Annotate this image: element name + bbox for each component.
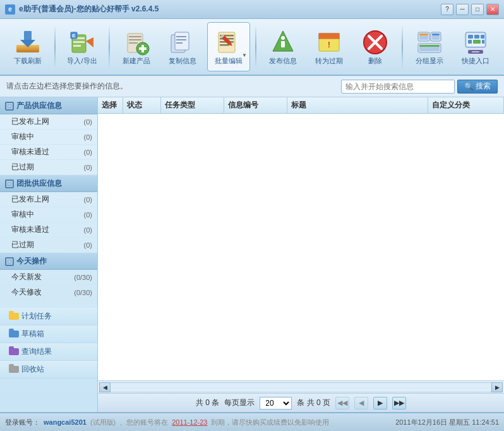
sidebar-item-product-rejected-label: 审核未通过 (11, 147, 49, 157)
svg-rect-61 (9, 311, 14, 314)
svg-rect-13 (129, 39, 141, 40)
toolbar-divider-1 (54, 25, 56, 69)
page-first-button[interactable]: ◀◀ (335, 397, 349, 410)
sidebar-group-product-supply-label: 产品供应信息 (16, 100, 62, 111)
trial-label: (试用版) (90, 418, 116, 427)
page-last-button[interactable]: ▶▶ (392, 397, 406, 410)
sidebar-item-today-modify-count: (0/30) (74, 289, 92, 296)
toolbar-new-label: 新建产品 (123, 57, 150, 65)
expire-icon: ! (315, 28, 344, 57)
sidebar-item-product-rejected[interactable]: 审核未通过 (0) (0, 145, 97, 160)
svg-rect-19 (175, 32, 189, 50)
message2: 到期，请尽快购买或续费以免影响使用 (211, 418, 329, 427)
sidebar-item-product-expired-label: 已过期 (11, 162, 34, 173)
toolbar-copy-button[interactable]: 复制信息 (161, 22, 204, 71)
sidebar-item-bulk-rejected[interactable]: 审核未通过 (0) (0, 222, 97, 238)
page-prev-button[interactable]: ◀ (354, 397, 368, 410)
search-input[interactable] (341, 80, 455, 94)
search-button[interactable]: 🔍 搜索 (457, 80, 498, 94)
per-page-label: 每页显示 (224, 398, 255, 408)
toolbar-new-button[interactable]: 新建产品 (115, 22, 158, 71)
account-name: wangcai5201 (44, 418, 87, 426)
sidebar-item-bulk-published[interactable]: 已发布上网 (0) (0, 192, 97, 207)
sidebar-group-today-ops[interactable]: □ 今天操作 (0, 253, 97, 270)
search-hint: 请点击左边栏选择您要操作的信息。 (6, 81, 336, 92)
sidebar-item-plan-task[interactable]: 计划任务 (0, 308, 97, 325)
toolbar-download-button[interactable]: 下载刷新 (6, 22, 49, 71)
toolbar-group-button[interactable]: 分组显示 (408, 22, 451, 71)
sidebar-spacer (0, 300, 97, 308)
sidebar-item-bulk-published-count: (0) (84, 196, 92, 203)
svg-rect-6 (73, 41, 85, 43)
sidebar-item-search-result[interactable]: 查询结果 (0, 343, 97, 361)
sidebar-item-product-published[interactable]: 已发布上网 (0) (0, 114, 97, 130)
title-bar: e e助手(普通会员)-您的贴心好帮手 v2.6.4.5 ? ─ □ ✕ (0, 0, 504, 19)
quick-entry-icon (461, 28, 490, 57)
sidebar-item-product-review[interactable]: 审核中 (0) (0, 130, 97, 145)
per-page-select[interactable]: 20 50 100 (260, 397, 292, 410)
sidebar-item-today-new-label: 今天新发 (11, 272, 42, 282)
toolbar-delete-button[interactable]: 删除 (354, 22, 397, 71)
sidebar-item-draft[interactable]: 草稿箱 (0, 325, 97, 343)
svg-rect-21 (176, 39, 186, 40)
toolbar-import-label: 导入/导出 (67, 57, 97, 65)
toolbar-quick-label: 快捷入口 (462, 57, 489, 65)
sidebar-item-bulk-review-count: (0) (84, 211, 92, 219)
sidebar-group-product-supply[interactable]: □ 产品供应信息 (0, 97, 97, 114)
expire-date: 2011-12-23 (172, 418, 207, 426)
toolbar-publish-button[interactable]: 发布信息 (261, 22, 304, 71)
scroll-left-button[interactable]: ◀ (99, 382, 111, 392)
sidebar-item-search-result-label: 查询结果 (21, 346, 52, 357)
datetime-display: 2011年12月16日 星期五 11:24:51 (395, 418, 499, 427)
toolbar: 下载刷新 E 导入/导出 (0, 19, 504, 76)
sidebar-group-bulk-supply[interactable]: □ 团批供应信息 (0, 175, 97, 192)
svg-rect-54 (481, 35, 484, 39)
svg-rect-17 (139, 47, 147, 50)
col-header-task-type: 任务类型 (161, 97, 224, 113)
sidebar-item-today-modify[interactable]: 今天修改 (0/30) (0, 285, 97, 300)
search-icon: 🔍 (464, 82, 474, 91)
svg-rect-32 (281, 41, 285, 47)
toolbar-import-button[interactable]: E 导入/导出 (61, 22, 104, 71)
scroll-right-button[interactable]: ▶ (491, 382, 503, 392)
sidebar-item-bulk-review[interactable]: 审核中 (0) (0, 207, 97, 222)
close-button[interactable]: ✕ (486, 4, 499, 15)
svg-rect-59 (472, 51, 479, 52)
sidebar-item-today-new-count: (0/30) (74, 274, 92, 281)
draft-icon (9, 329, 19, 339)
login-label: 登录账号： (5, 418, 40, 427)
help-button[interactable]: ? (441, 4, 453, 15)
total-count-label: 共 0 条 (196, 398, 219, 408)
svg-rect-52 (468, 35, 473, 39)
page-next-button[interactable]: ▶ (373, 397, 387, 410)
minimize-button[interactable]: ─ (456, 4, 469, 15)
svg-rect-67 (9, 364, 14, 367)
message1: 、您的账号将在 (119, 418, 168, 427)
sidebar-item-plan-task-label: 计划任务 (21, 311, 52, 322)
toolbar-delete-label: 删除 (368, 57, 382, 65)
toolbar-expire-button[interactable]: ! 转为过期 (308, 22, 351, 71)
toolbar-quick-button[interactable]: 快捷入口 (454, 22, 497, 71)
sidebar-item-trash[interactable]: 回收站 (0, 361, 97, 379)
table-body (98, 114, 504, 380)
sidebar-item-today-new[interactable]: 今天新发 (0/30) (0, 270, 97, 285)
svg-rect-49 (419, 45, 440, 47)
scroll-track[interactable] (111, 382, 491, 392)
svg-rect-14 (129, 42, 138, 44)
col-header-status: 状态 (123, 97, 161, 113)
svg-rect-46 (432, 33, 440, 35)
status-bar: 登录账号： wangcai5201 (试用版) 、您的账号将在 2011-12-… (0, 412, 504, 431)
publish-icon (268, 28, 297, 57)
toolbar-copy-label: 复制信息 (169, 57, 196, 65)
toolbar-divider-2 (109, 25, 110, 69)
maximize-button[interactable]: □ (471, 4, 484, 15)
title-bar-controls: ? ─ □ ✕ (441, 4, 499, 15)
svg-rect-53 (474, 35, 479, 39)
pagination-bar: 共 0 条 每页显示 20 50 100 条 共 0 页 ◀◀ ◀ ▶ ▶▶ (98, 393, 504, 412)
toolbar-batch-button[interactable]: 批量编辑 ▼ (207, 22, 250, 71)
horizontal-scrollbar: ◀ ▶ (98, 380, 504, 393)
toolbar-group-label: 分组显示 (416, 57, 443, 65)
sidebar-item-bulk-expired[interactable]: 已过期 (0) (0, 238, 97, 253)
search-bar: 请点击左边栏选择您要操作的信息。 🔍 搜索 (0, 76, 504, 97)
sidebar-item-product-expired[interactable]: 已过期 (0) (0, 160, 97, 175)
